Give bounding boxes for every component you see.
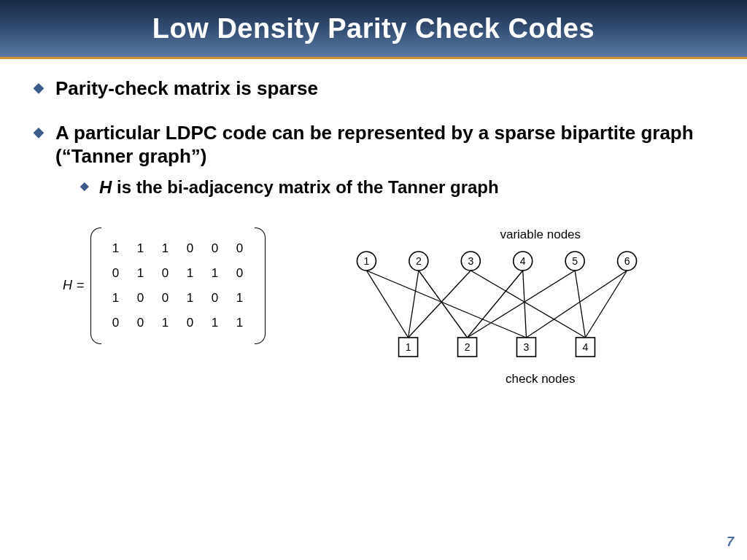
- matrix-cell: 1: [104, 286, 128, 311]
- tanner-edge: [467, 271, 522, 338]
- matrix-cell: 0: [128, 286, 153, 311]
- matrix-cell: 1: [203, 261, 228, 286]
- matrix-brackets: 111000 010110 100101 001011: [90, 228, 266, 344]
- tanner-edge: [366, 271, 526, 338]
- bullet-2-text: A particular LDPC code can be represente…: [55, 122, 694, 168]
- tanner-edge: [419, 271, 468, 338]
- matrix-cell: 1: [178, 261, 203, 286]
- content-area: Parity-check matrix is sparse A particul…: [0, 59, 747, 386]
- tanner-edge: [408, 271, 471, 338]
- matrix-cell: 0: [178, 236, 203, 261]
- matrix-block: H = 111000 010110 100101 001011: [63, 228, 266, 344]
- check-node-label: 3: [523, 341, 529, 353]
- variable-nodes-label: variable nodes: [368, 228, 713, 242]
- matrix-cell: 1: [203, 311, 228, 335]
- matrix-cell: 0: [203, 236, 228, 261]
- matrix-table: 111000 010110 100101 001011: [104, 236, 252, 335]
- matrix-cell: 0: [153, 261, 178, 286]
- variable-node-label: 6: [624, 255, 630, 267]
- tanner-edge: [585, 271, 627, 338]
- bullet-2-sub-1: H is the bi-adjacency matrix of the Tann…: [55, 176, 713, 198]
- title-bar: Low Density Parity Check Codes: [0, 0, 747, 57]
- matrix-cell: 1: [128, 261, 153, 286]
- variable-node-label: 2: [416, 255, 422, 267]
- tanner-edge: [366, 271, 408, 338]
- tanner-edge: [522, 271, 526, 338]
- page-number: 7: [727, 534, 734, 550]
- matrix-cell: 1: [128, 236, 153, 261]
- check-nodes-label: check nodes: [368, 372, 713, 386]
- matrix-cell: 0: [228, 236, 252, 261]
- matrix-cell: 1: [153, 236, 178, 261]
- matrix-cell: 1: [228, 286, 252, 311]
- matrix-cell: 0: [203, 286, 228, 311]
- tanner-edge: [471, 271, 585, 338]
- matrix-label: H: [63, 278, 72, 293]
- check-node-label: 4: [582, 341, 588, 353]
- bullet-2-sub-1-rest: is the bi-adjacency matrix of the Tanner…: [112, 177, 498, 197]
- variable-node-label: 4: [520, 255, 526, 267]
- matrix-equals: =: [77, 278, 85, 293]
- matrix-cell: 0: [228, 261, 252, 286]
- variable-node-label: 1: [363, 255, 369, 267]
- slide-title: Low Density Parity Check Codes: [152, 13, 595, 44]
- matrix-cell: 1: [104, 236, 128, 261]
- bullet-1: Parity-check matrix is sparse: [34, 77, 713, 101]
- bullet-2: A particular LDPC code can be represente…: [34, 121, 713, 198]
- matrix-cell: 1: [153, 311, 178, 335]
- tanner-edge: [467, 271, 575, 338]
- variable-node-label: 3: [468, 255, 473, 267]
- matrix-cell: 1: [228, 311, 252, 335]
- matrix-cell: 0: [128, 311, 153, 335]
- matrix-cell: 1: [178, 286, 203, 311]
- matrix-cell: 0: [178, 311, 203, 335]
- check-node-label: 2: [464, 341, 470, 353]
- check-node-label: 1: [405, 341, 411, 353]
- matrix-cell: 0: [104, 261, 128, 286]
- variable-node-label: 5: [572, 255, 578, 267]
- matrix-cell: 0: [153, 286, 178, 311]
- tanner-graph-block: variable nodes 1234561234 check nodes: [280, 228, 713, 386]
- H-symbol: H: [99, 177, 112, 197]
- matrix-cell: 0: [104, 311, 128, 335]
- tanner-graph: 1234561234: [314, 245, 679, 369]
